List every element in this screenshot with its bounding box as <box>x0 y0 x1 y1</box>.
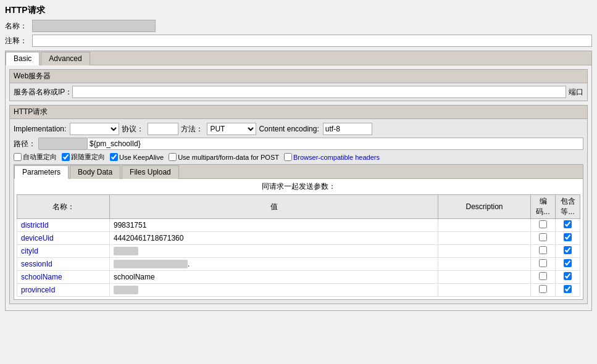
encode-checkbox[interactable] <box>539 246 547 254</box>
param-value: 44420461718671360 <box>110 232 438 245</box>
web-server-content: 服务器名称或IP： 端口 <box>10 83 587 101</box>
multipart-label: Use multipart/form-data for POST <box>178 154 279 161</box>
param-desc <box>438 284 531 297</box>
comment-row: 注释： <box>5 35 592 47</box>
param-name: provinceId <box>17 284 110 297</box>
impl-select[interactable] <box>70 123 119 135</box>
multipart-item: Use multipart/form-data for POST <box>169 153 279 161</box>
params-header-text: 同请求一起发送参数： <box>17 181 580 192</box>
col-header-name: 名称： <box>17 195 110 219</box>
include-checkbox[interactable] <box>564 233 572 241</box>
path-row: 路径： <box>14 138 583 150</box>
browser-headers-checkbox[interactable] <box>284 153 292 161</box>
param-include[interactable] <box>556 284 580 297</box>
auto-redirect-checkbox[interactable] <box>14 153 22 161</box>
table-row: sessionId . <box>17 258 580 271</box>
param-desc <box>438 232 531 245</box>
follow-redirect-checkbox[interactable] <box>62 153 70 161</box>
tab-body-data[interactable]: Body Data <box>70 165 120 179</box>
param-include[interactable] <box>556 219 580 232</box>
include-checkbox[interactable] <box>564 246 572 254</box>
param-value: 99831751 <box>110 219 438 232</box>
encode-checkbox[interactable] <box>539 259 547 267</box>
http-request-section: HTTP请求 Implementation: 协议： 方法： GET <box>9 105 588 304</box>
param-encode[interactable] <box>531 271 556 284</box>
param-name: deviceUid <box>17 232 110 245</box>
follow-redirect-label: 跟随重定向 <box>71 152 105 162</box>
col-header-encode: 编码... <box>531 195 556 219</box>
browser-headers-label: Browser-compatible headers <box>293 154 380 161</box>
name-input[interactable] <box>32 20 156 32</box>
checkbox-row: 自动重定向 跟随重定向 Use KeepAlive Use multi <box>14 152 583 162</box>
params-table-container: 同请求一起发送参数： 名称： 值 Description 编码... 包含等..… <box>14 179 583 299</box>
table-row: schoolNameschoolName <box>17 271 580 284</box>
param-value: schoolName <box>110 271 438 284</box>
param-include[interactable] <box>556 245 580 258</box>
col-header-desc: Description <box>438 195 531 219</box>
tab-files-upload[interactable]: Files Upload <box>122 165 179 179</box>
method-select[interactable]: GET POST PUT DELETE PATCH HEAD OPTIONS <box>207 123 256 135</box>
param-encode[interactable] <box>531 219 556 232</box>
include-checkbox[interactable] <box>564 285 572 293</box>
param-desc <box>438 245 531 258</box>
tab-advanced[interactable]: Advanced <box>41 52 90 65</box>
tab-parameters[interactable]: Parameters <box>14 165 69 179</box>
param-name: cityId <box>17 245 110 258</box>
server-input[interactable] <box>72 86 566 98</box>
comment-label: 注释： <box>5 36 30 46</box>
port-label: 端口 <box>569 87 583 97</box>
table-row: deviceUid44420461718671360 <box>17 232 580 245</box>
path-prefix <box>38 138 88 150</box>
web-server-section: Web服务器 服务器名称或IP： 端口 <box>9 69 588 101</box>
param-encode[interactable] <box>531 284 556 297</box>
param-encode[interactable] <box>531 232 556 245</box>
main-container: HTTP请求 名称： 注释： Basic Advanced Web服务器 服务器… <box>0 0 597 364</box>
param-desc <box>438 219 531 232</box>
name-label: 名称： <box>5 21 30 31</box>
encode-checkbox[interactable] <box>539 285 547 293</box>
param-value <box>110 245 438 258</box>
multipart-checkbox[interactable] <box>169 153 177 161</box>
include-checkbox[interactable] <box>564 259 572 267</box>
include-checkbox[interactable] <box>564 220 572 228</box>
encoding-input[interactable] <box>323 123 372 135</box>
table-row: cityId <box>17 245 580 258</box>
path-input[interactable] <box>88 138 583 150</box>
param-value: . <box>110 258 438 271</box>
table-row: provinceId <box>17 284 580 297</box>
param-include[interactable] <box>556 258 580 271</box>
param-desc <box>438 271 531 284</box>
encode-checkbox[interactable] <box>539 233 547 241</box>
auto-redirect-label: 自动重定向 <box>23 152 57 162</box>
follow-redirect-item: 跟随重定向 <box>62 152 105 162</box>
method-label: 方法： <box>181 124 203 134</box>
path-label: 路径： <box>14 139 36 149</box>
param-encode[interactable] <box>531 245 556 258</box>
auto-redirect-item: 自动重定向 <box>14 152 57 162</box>
protocol-input[interactable] <box>148 123 178 135</box>
param-value <box>110 284 438 297</box>
keepalive-checkbox[interactable] <box>110 153 118 161</box>
param-encode[interactable] <box>531 258 556 271</box>
param-include[interactable] <box>556 232 580 245</box>
main-tabs-container: Basic Advanced Web服务器 服务器名称或IP： 端口 HTTP请… <box>5 51 592 311</box>
encode-checkbox[interactable] <box>539 272 547 280</box>
page-title: HTTP请求 <box>5 5 592 16</box>
include-checkbox[interactable] <box>564 272 572 280</box>
server-row: 服务器名称或IP： 端口 <box>14 86 583 98</box>
server-label: 服务器名称或IP： <box>14 87 72 97</box>
method-row: Implementation: 协议： 方法： GET POST PUT DEL… <box>14 123 583 135</box>
browser-headers-item: Browser-compatible headers <box>284 153 380 161</box>
tab-basic[interactable]: Basic <box>6 52 40 65</box>
param-include[interactable] <box>556 271 580 284</box>
encoding-label: Content encoding: <box>259 125 319 133</box>
params-table: 名称： 值 Description 编码... 包含等... districtI… <box>17 194 580 297</box>
col-header-value: 值 <box>110 195 438 219</box>
col-header-include: 包含等... <box>556 195 580 219</box>
basic-tab-content: Web服务器 服务器名称或IP： 端口 HTTP请求 Implementatio… <box>6 65 591 310</box>
protocol-label: 协议： <box>122 124 144 134</box>
encode-checkbox[interactable] <box>539 220 547 228</box>
comment-input[interactable] <box>32 35 592 47</box>
main-tab-bar: Basic Advanced <box>6 51 591 65</box>
inner-tab-bar: Parameters Body Data Files Upload <box>14 165 583 179</box>
